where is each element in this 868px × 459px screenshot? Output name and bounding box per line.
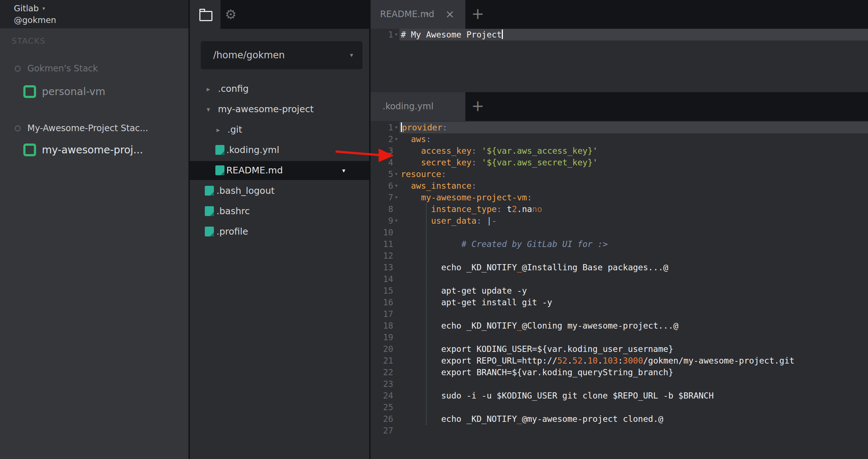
- fold-gutter: [393, 401, 399, 413]
- top-editor-tabbar: README.md ▾ × +: [371, 0, 868, 29]
- tree-item-label: .koding.yml: [226, 141, 279, 160]
- fold-toggle-icon[interactable]: ▾: [393, 133, 399, 145]
- code-text: [399, 308, 868, 320]
- folder-collapsed-icon[interactable]: ▸: [216, 120, 220, 139]
- stacks-section-label: STACKS: [12, 36, 46, 46]
- chevron-down-icon[interactable]: ▾: [342, 161, 345, 180]
- code-text: [399, 425, 868, 436]
- tree-item-.koding.yml[interactable]: .koding.yml: [190, 141, 371, 160]
- code-text: echo _KD_NOTIFY_@my-awesome-project clon…: [399, 413, 868, 425]
- code-line-24: 24 sudo -i -u $KODING_USER git clone $RE…: [371, 390, 868, 401]
- code-line-27: 27: [371, 425, 868, 436]
- file-panel: ⚙ /home/gokmen ▾ ▸.config▾my-awesome-pro…: [188, 0, 371, 459]
- code-line-14: 14: [371, 273, 868, 285]
- code-line-21: 21 export REPO_URL=http://52.52.10.103:3…: [371, 355, 868, 366]
- fold-gutter: [393, 238, 399, 250]
- tab-options-chevron-icon[interactable]: ▾: [426, 0, 429, 29]
- code-text: instance_type: t2.nano: [399, 203, 868, 215]
- line-number: 26: [371, 413, 393, 425]
- team-username: @gokmen: [14, 15, 56, 25]
- folder-collapsed-icon[interactable]: ▸: [207, 79, 210, 98]
- code-line-17: 17: [371, 308, 868, 320]
- vm-status-icon: [23, 144, 36, 156]
- readme-editor[interactable]: 1▾# My Awesome Project: [371, 29, 868, 92]
- ide-window: Gitlab▾ @gokmen STACKS Gokmen's Stack pe…: [0, 0, 868, 459]
- code-line-5: 5▾resource:: [371, 168, 868, 180]
- line-number: 5: [371, 168, 393, 180]
- team-switcher[interactable]: Gitlab▾ @gokmen: [0, 0, 188, 28]
- tree-item-label: .bash_logout: [216, 181, 275, 200]
- fold-toggle-icon[interactable]: ▾: [393, 215, 399, 227]
- code-text: my-awesome-project-vm:: [399, 192, 868, 203]
- fold-toggle-icon[interactable]: ▾: [393, 168, 399, 180]
- folder-expanded-icon[interactable]: ▾: [207, 100, 210, 119]
- vm-name: personal-vm: [42, 86, 105, 98]
- line-number: 12: [371, 250, 393, 262]
- code-line-15: 15 apt-get update -y: [371, 285, 868, 297]
- tree-item-.profile[interactable]: .profile: [190, 222, 371, 241]
- code-text: [399, 332, 868, 343]
- vm-status-icon: [23, 85, 36, 98]
- tree-item-README.md[interactable]: README.md▾: [190, 161, 371, 180]
- line-number: 8: [371, 203, 393, 215]
- code-line-11: 11 # Created by GitLab UI for :>: [371, 238, 868, 250]
- line-number: 7: [371, 192, 393, 203]
- new-tab-button[interactable]: +: [470, 0, 486, 28]
- code-line-8: 8 instance_type: t2.nano: [371, 203, 868, 215]
- fold-gutter: [393, 355, 399, 366]
- fold-gutter: [393, 366, 399, 378]
- sidebar-item-gokmens-stack[interactable]: Gokmen's Stack: [15, 62, 98, 75]
- code-text: aws_instance:: [399, 180, 868, 192]
- fold-gutter: [393, 227, 399, 238]
- sidebar-item-my-awesome-project-stack[interactable]: My-Awesome-Project Stac...: [15, 122, 148, 135]
- code-text: access_key: '${var.aws_access_key}': [399, 145, 868, 157]
- fold-toggle-icon[interactable]: ▾: [393, 122, 399, 133]
- tab-files[interactable]: [190, 0, 220, 29]
- fold-gutter: [393, 203, 399, 215]
- tree-item-.bash_logout[interactable]: .bash_logout: [190, 181, 371, 200]
- sidebar-item-personal-vm[interactable]: personal-vm: [23, 84, 105, 99]
- line-number: 21: [371, 355, 393, 366]
- new-tab-button[interactable]: +: [470, 92, 486, 120]
- koding-yml-editor[interactable]: 1▾provider:2▾ aws:3 access_key: '${var.a…: [371, 121, 868, 459]
- close-icon[interactable]: ×: [445, 0, 454, 28]
- line-number: 4: [371, 157, 393, 168]
- file-icon: [215, 145, 224, 155]
- code-line-9: 9▾ user_data: |-: [371, 215, 868, 227]
- sidebar: Gitlab▾ @gokmen STACKS Gokmen's Stack pe…: [0, 0, 188, 459]
- tree-item-.bashrc[interactable]: .bashrc: [190, 202, 371, 221]
- chevron-down-icon: ▾: [350, 41, 353, 69]
- tree-item-.git[interactable]: ▸.git: [190, 120, 371, 139]
- code-text: export REPO_URL=http://52.52.10.103:3000…: [399, 355, 868, 366]
- tab-koding-yml[interactable]: .koding.yml: [371, 92, 465, 121]
- fold-toggle-icon[interactable]: ▾: [393, 192, 399, 203]
- line-number: 10: [371, 227, 393, 238]
- code-text: [399, 401, 868, 413]
- fold-toggle-icon[interactable]: ▾: [393, 180, 399, 192]
- code-text: secret_key: '${var.aws_secret_key}': [399, 157, 868, 168]
- file-icon: [205, 186, 214, 196]
- workspace-path-dropdown[interactable]: /home/gokmen ▾: [201, 41, 363, 69]
- code-line-22: 22 export BRANCH=${var.koding_queryStrin…: [371, 366, 868, 378]
- tab-readme-md[interactable]: README.md ▾ ×: [371, 0, 465, 29]
- line-number: 17: [371, 308, 393, 320]
- line-number: 22: [371, 366, 393, 378]
- line-number: 1: [371, 29, 393, 40]
- tree-item-my-awesome-project[interactable]: ▾my-awesome-project: [190, 100, 371, 119]
- tree-item-.config[interactable]: ▸.config: [190, 79, 371, 98]
- line-number: 14: [371, 273, 393, 285]
- fold-gutter: [393, 273, 399, 285]
- code-text: provider:: [399, 122, 868, 133]
- code-line-26: 26 echo _KD_NOTIFY_@my-awesome-project c…: [371, 413, 868, 425]
- fold-gutter: [393, 425, 399, 436]
- code-text: echo _KD_NOTIFY_@Cloning my-awesome-proj…: [399, 320, 868, 332]
- file-icon: [205, 206, 214, 216]
- line-number: 6: [371, 180, 393, 192]
- fold-gutter: [393, 390, 399, 401]
- code-text: [399, 250, 868, 262]
- fold-toggle-icon[interactable]: ▾: [393, 29, 399, 40]
- sidebar-item-my-awesome-project-vm[interactable]: my-awesome-proj...: [23, 142, 143, 157]
- code-text: echo _KD_NOTIFY_@Installing Base package…: [399, 262, 868, 273]
- gear-icon[interactable]: ⚙: [225, 7, 236, 23]
- line-number: 23: [371, 378, 393, 390]
